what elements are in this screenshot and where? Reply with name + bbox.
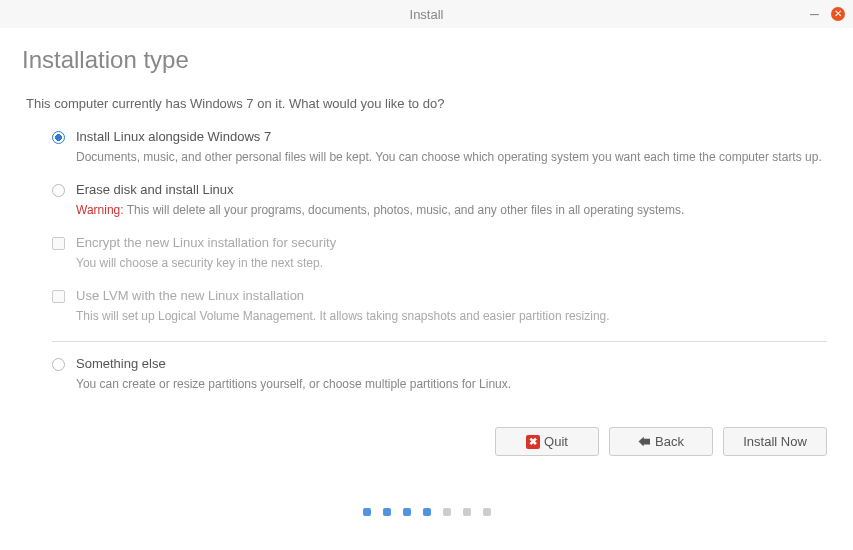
window-controls: – ✕ [810, 6, 845, 22]
option-desc: Documents, music, and other personal fil… [76, 148, 827, 166]
close-icon[interactable]: ✕ [831, 7, 845, 21]
dot-6 [463, 508, 471, 516]
window-title: Install [410, 7, 444, 22]
minimize-icon[interactable]: – [810, 6, 819, 22]
option-title: Encrypt the new Linux installation for s… [76, 235, 827, 250]
radio-erase[interactable] [52, 184, 65, 197]
option-desc: This will set up Logical Volume Manageme… [76, 307, 827, 325]
dot-1 [363, 508, 371, 516]
dot-7 [483, 508, 491, 516]
option-encrypt: Encrypt the new Linux installation for s… [52, 235, 827, 272]
progress-dots [0, 508, 853, 516]
option-desc: Warning: This will delete all your progr… [76, 201, 827, 219]
option-desc: You will choose a security key in the ne… [76, 254, 827, 272]
divider [52, 341, 827, 342]
back-button[interactable]: 🡄 Back [609, 427, 713, 456]
dot-2 [383, 508, 391, 516]
radio-something-else[interactable] [52, 358, 65, 371]
option-erase: Erase disk and install Linux Warning: Th… [52, 182, 827, 219]
titlebar: Install – ✕ [0, 0, 853, 28]
dot-4 [423, 508, 431, 516]
back-arrow-icon: 🡄 [638, 434, 651, 449]
option-desc: You can create or resize partitions your… [76, 375, 827, 393]
dot-5 [443, 508, 451, 516]
option-title: Something else [76, 356, 827, 371]
option-something-else: Something else You can create or resize … [52, 356, 827, 393]
option-title: Install Linux alongside Windows 7 [76, 129, 827, 144]
option-title: Use LVM with the new Linux installation [76, 288, 827, 303]
option-alongside: Install Linux alongside Windows 7 Docume… [52, 129, 827, 166]
radio-alongside[interactable] [52, 131, 65, 144]
page-header: Installation type [0, 28, 853, 96]
option-lvm: Use LVM with the new Linux installation … [52, 288, 827, 325]
checkbox-lvm[interactable] [52, 290, 65, 303]
content-area: This computer currently has Windows 7 on… [0, 96, 853, 393]
quit-icon: ✖ [526, 435, 540, 449]
options-list: Install Linux alongside Windows 7 Docume… [26, 129, 827, 393]
checkbox-encrypt[interactable] [52, 237, 65, 250]
dot-3 [403, 508, 411, 516]
intro-text: This computer currently has Windows 7 on… [26, 96, 827, 111]
quit-button[interactable]: ✖ Quit [495, 427, 599, 456]
install-now-button[interactable]: Install Now [723, 427, 827, 456]
option-title: Erase disk and install Linux [76, 182, 827, 197]
page-title: Installation type [22, 46, 831, 74]
button-row: ✖ Quit 🡄 Back Install Now [0, 409, 853, 456]
